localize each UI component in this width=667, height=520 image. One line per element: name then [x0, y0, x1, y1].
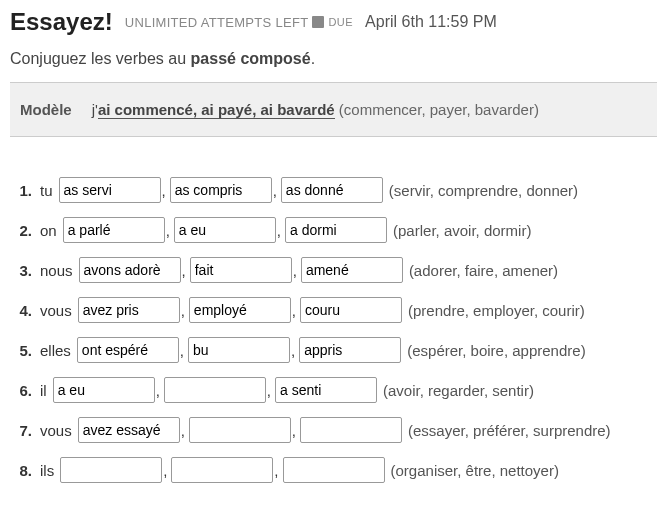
- answer-input-c[interactable]: [299, 337, 401, 363]
- due-label: DUE: [328, 16, 353, 28]
- question-row: 8.ils,,(organiser, être, nettoyer): [10, 457, 657, 483]
- verb-hint: (adorer, faire, amener): [409, 262, 558, 279]
- model-row: Modèle j'ai commencé, ai payé, ai bavard…: [10, 82, 657, 137]
- answer-input-b[interactable]: [188, 337, 290, 363]
- subject-pronoun: elles: [40, 342, 71, 359]
- answer-input-c[interactable]: [285, 217, 387, 243]
- question-row: 4.vous,,(prendre, employer, courir): [10, 297, 657, 323]
- question-row: 6.il,,(avoir, regarder, sentir): [10, 377, 657, 403]
- answer-input-c[interactable]: [300, 297, 402, 323]
- separator: ,: [267, 382, 271, 399]
- instructions-prefix: Conjuguez les verbes au: [10, 50, 191, 67]
- question-number: 5.: [10, 342, 32, 359]
- separator: ,: [293, 262, 297, 279]
- instructions: Conjuguez les verbes au passé composé.: [10, 50, 657, 68]
- answer-input-c[interactable]: [301, 257, 403, 283]
- answer-input-c[interactable]: [275, 377, 377, 403]
- page-title: Essayez!: [10, 8, 113, 36]
- calendar-icon: [312, 16, 324, 28]
- verb-hint: (organiser, être, nettoyer): [391, 462, 559, 479]
- answer-input-b[interactable]: [190, 257, 292, 283]
- verb-hint: (parler, avoir, dormir): [393, 222, 531, 239]
- subject-pronoun: nous: [40, 262, 73, 279]
- separator: ,: [292, 422, 296, 439]
- answer-input-a[interactable]: [59, 177, 161, 203]
- separator: ,: [274, 462, 278, 479]
- verb-hint: (essayer, préférer, surprendre): [408, 422, 611, 439]
- answer-input-c[interactable]: [300, 417, 402, 443]
- verb-hint: (avoir, regarder, sentir): [383, 382, 534, 399]
- question-row: 5.elles,,(espérer, boire, apprendre): [10, 337, 657, 363]
- answer-input-b[interactable]: [170, 177, 272, 203]
- separator: ,: [166, 222, 170, 239]
- question-row: 3.nous,,(adorer, faire, amener): [10, 257, 657, 283]
- answer-input-a[interactable]: [77, 337, 179, 363]
- subject-pronoun: il: [40, 382, 47, 399]
- question-number: 4.: [10, 302, 32, 319]
- question-row: 7.vous,,(essayer, préférer, surprendre): [10, 417, 657, 443]
- answer-input-c[interactable]: [281, 177, 383, 203]
- subject-pronoun: on: [40, 222, 57, 239]
- separator: ,: [181, 302, 185, 319]
- model-label: Modèle: [20, 101, 72, 118]
- separator: ,: [291, 342, 295, 359]
- verb-hint: (servir, comprendre, donner): [389, 182, 578, 199]
- subject-pronoun: tu: [40, 182, 53, 199]
- answer-input-a[interactable]: [78, 297, 180, 323]
- model-example: j'ai commencé, ai payé, ai bavardé (comm…: [92, 101, 539, 118]
- attempts-left: UNLIMITED ATTEMPTS LEFT DUE: [125, 15, 353, 30]
- separator: ,: [181, 422, 185, 439]
- answer-input-a[interactable]: [78, 417, 180, 443]
- question-number: 8.: [10, 462, 32, 479]
- subject-pronoun: vous: [40, 302, 72, 319]
- verb-hint: (prendre, employer, courir): [408, 302, 585, 319]
- answer-input-a[interactable]: [53, 377, 155, 403]
- answer-input-a[interactable]: [63, 217, 165, 243]
- separator: ,: [163, 462, 167, 479]
- due-date: April 6th 11:59 PM: [365, 13, 497, 31]
- model-underlined: ai commencé, ai payé, ai bavardé: [98, 101, 335, 119]
- question-row: 1.tu,,(servir, comprendre, donner): [10, 177, 657, 203]
- question-number: 7.: [10, 422, 32, 439]
- separator: ,: [273, 182, 277, 199]
- header-row: Essayez! UNLIMITED ATTEMPTS LEFT DUE Apr…: [10, 8, 657, 36]
- separator: ,: [292, 302, 296, 319]
- answer-input-a[interactable]: [79, 257, 181, 283]
- separator: ,: [180, 342, 184, 359]
- answer-input-a[interactable]: [60, 457, 162, 483]
- questions-list: 1.tu,,(servir, comprendre, donner)2.on,,…: [10, 177, 657, 483]
- separator: ,: [156, 382, 160, 399]
- answer-input-b[interactable]: [164, 377, 266, 403]
- answer-input-b[interactable]: [174, 217, 276, 243]
- question-number: 3.: [10, 262, 32, 279]
- verb-hint: (espérer, boire, apprendre): [407, 342, 585, 359]
- separator: ,: [162, 182, 166, 199]
- answer-input-b[interactable]: [189, 297, 291, 323]
- instructions-bold: passé composé: [191, 50, 311, 67]
- answer-input-c[interactable]: [283, 457, 385, 483]
- attempts-text: UNLIMITED ATTEMPTS LEFT: [125, 15, 309, 30]
- model-hint: (commencer, payer, bavarder): [335, 101, 539, 118]
- question-number: 1.: [10, 182, 32, 199]
- answer-input-b[interactable]: [171, 457, 273, 483]
- question-number: 6.: [10, 382, 32, 399]
- separator: ,: [182, 262, 186, 279]
- question-number: 2.: [10, 222, 32, 239]
- subject-pronoun: vous: [40, 422, 72, 439]
- question-row: 2.on,,(parler, avoir, dormir): [10, 217, 657, 243]
- answer-input-b[interactable]: [189, 417, 291, 443]
- instructions-suffix: .: [311, 50, 315, 67]
- separator: ,: [277, 222, 281, 239]
- subject-pronoun: ils: [40, 462, 54, 479]
- model-prefix: j': [92, 101, 98, 118]
